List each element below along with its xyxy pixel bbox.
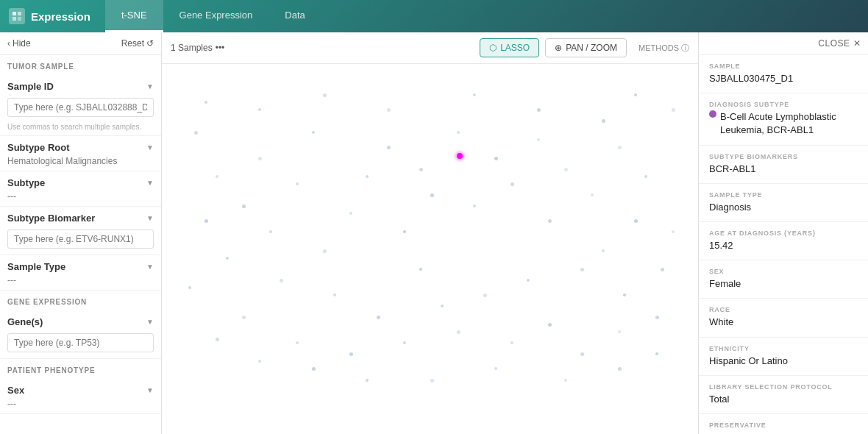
sex-detail-key: SEX bbox=[709, 268, 858, 275]
preservative-key: PRESERVATIVE bbox=[709, 421, 858, 429]
detail-panel-header: CLOSE ✕ bbox=[699, 32, 868, 55]
scatter-dot bbox=[457, 153, 463, 159]
pan-zoom-icon: ⊕ bbox=[555, 43, 562, 53]
subtype-root-value: Hematological Malignancies bbox=[0, 156, 161, 171]
scatter-dot bbox=[323, 249, 327, 253]
detail-sample-type-val: Diagnosis bbox=[709, 201, 858, 214]
scatter-dot bbox=[473, 204, 476, 207]
reset-button[interactable]: Reset ↺ bbox=[121, 38, 154, 49]
filter-row-sex[interactable]: Sex ▼ bbox=[0, 379, 161, 399]
sex-value: --- bbox=[0, 399, 161, 413]
scatter-dot bbox=[618, 330, 621, 333]
age-key: AGE AT DIAGNOSIS (YEARS) bbox=[709, 230, 858, 237]
filter-row-subtype-root[interactable]: Subtype Root ▼ bbox=[0, 136, 161, 156]
scatter-dot bbox=[602, 249, 605, 252]
chevron-down-icon: ▼ bbox=[146, 386, 154, 394]
pan-zoom-tool-button[interactable]: ⊕ PAN / ZOOM bbox=[545, 38, 627, 57]
main-area: ‹ Hide Reset ↺ TUMOR SAMPLE Sample ID ▼ … bbox=[0, 32, 868, 434]
filter-row-subtype-biomarker[interactable]: Subtype Biomarker ▼ bbox=[0, 207, 161, 227]
header: Expression t-SNE Gene Expression Data bbox=[0, 0, 868, 32]
filter-row-sample-id[interactable]: Sample ID ▼ bbox=[0, 75, 161, 95]
race-key: RACE bbox=[709, 306, 858, 313]
scatter-dot bbox=[312, 367, 316, 371]
filter-row-sample-type[interactable]: Sample Type ▼ bbox=[0, 255, 161, 275]
sex-detail-val: Female bbox=[709, 277, 858, 291]
scatter-dot bbox=[548, 219, 552, 223]
diagnosis-dot bbox=[709, 110, 716, 118]
tab-data[interactable]: Data bbox=[268, 0, 321, 32]
sample-val: SJBALL030475_D1 bbox=[709, 72, 858, 85]
scatter-dot bbox=[634, 219, 638, 223]
scatter-dot bbox=[377, 316, 380, 319]
sidebar: ‹ Hide Reset ↺ TUMOR SAMPLE Sample ID ▼ … bbox=[0, 32, 162, 434]
detail-diagnosis-subtype: DIAGNOSIS SUBTYPE B-Cell Acute Lymphobla… bbox=[699, 93, 868, 145]
scatter-dot bbox=[655, 352, 658, 355]
scatter-dot bbox=[457, 330, 460, 334]
filter-group-subtype-root: Subtype Root ▼ Hematological Malignancie… bbox=[0, 136, 161, 171]
genes-input[interactable] bbox=[7, 333, 154, 352]
chevron-down-icon: ▼ bbox=[146, 82, 154, 90]
scatter-dot bbox=[483, 294, 487, 297]
more-options-icon: ••• bbox=[216, 43, 225, 53]
filter-group-sample-type: Sample Type ▼ --- bbox=[0, 255, 161, 291]
scatter-dot bbox=[323, 93, 327, 97]
lasso-icon: ⬡ bbox=[489, 43, 497, 53]
detail-library-protocol: LIBRARY SELECTION PROTOCOL Total bbox=[699, 376, 868, 414]
subtype-value: --- bbox=[0, 191, 161, 206]
ethnicity-val: Hispanic Or Latino bbox=[709, 355, 858, 368]
tab-tsne[interactable]: t-SNE bbox=[105, 0, 163, 32]
scatter-dot bbox=[457, 131, 460, 134]
scatter-dot bbox=[580, 352, 584, 356]
chevron-down-icon: ▼ bbox=[146, 179, 154, 187]
scatter-dot bbox=[280, 279, 283, 282]
library-protocol-key: LIBRARY SELECTION PROTOCOL bbox=[709, 383, 858, 391]
hide-button[interactable]: ‹ Hide bbox=[7, 38, 31, 49]
scatter-dot bbox=[349, 212, 352, 215]
subtype-root-label: Subtype Root bbox=[7, 142, 70, 153]
scatter-dot bbox=[430, 379, 434, 383]
chevron-down-icon: ▼ bbox=[146, 143, 154, 152]
sample-id-input[interactable] bbox=[7, 98, 154, 117]
chevron-down-icon: ▼ bbox=[146, 318, 154, 326]
scatter-dot bbox=[366, 379, 369, 382]
svg-rect-0 bbox=[13, 12, 16, 15]
scatter-dot bbox=[634, 93, 637, 96]
filter-row-subtype[interactable]: Subtype ▼ bbox=[0, 171, 161, 191]
library-protocol-val: Total bbox=[709, 393, 858, 406]
filter-row-genes[interactable]: Gene(s) ▼ bbox=[0, 310, 161, 330]
scatter-dot bbox=[204, 101, 207, 104]
scatter-dot bbox=[269, 230, 272, 233]
preservative-val: Fresh/Frozen bbox=[709, 431, 858, 434]
detail-subtype-biomarkers: SUBTYPE BIOMARKERS BCR-ABL1 bbox=[699, 146, 868, 184]
sidebar-toolbar: ‹ Hide Reset ↺ bbox=[0, 32, 161, 55]
subtype-biomarker-input[interactable] bbox=[7, 230, 154, 249]
sample-type-label: Sample Type bbox=[7, 261, 65, 272]
scatter-dot bbox=[430, 193, 434, 197]
lasso-tool-button[interactable]: ⬡ LASSO bbox=[480, 38, 539, 57]
subtype-label: Subtype bbox=[7, 177, 45, 188]
diagnosis-subtype-key: DIAGNOSIS SUBTYPE bbox=[709, 101, 858, 108]
methods-button[interactable]: METHODS ⓘ bbox=[638, 43, 689, 54]
close-button[interactable]: CLOSE ✕ bbox=[818, 38, 861, 49]
scatter-dot bbox=[537, 138, 540, 141]
detail-panel: CLOSE ✕ SAMPLE SJBALL030475_D1 DIAGNOSIS… bbox=[699, 32, 868, 434]
patient-phenotype-header: PATIENT PHENOTYPE bbox=[0, 359, 161, 379]
subtype-biomarkers-val: BCR-ABL1 bbox=[709, 163, 858, 176]
scatter-dot bbox=[419, 168, 423, 171]
scatter-dot bbox=[403, 341, 406, 344]
scatter-dot bbox=[419, 268, 422, 271]
scatter-dot bbox=[258, 157, 262, 160]
scatter-dot bbox=[312, 131, 315, 134]
app-title: Expression bbox=[31, 10, 90, 23]
scatter-dot bbox=[494, 367, 497, 370]
scatter-dot bbox=[511, 341, 513, 344]
scatter-dot bbox=[387, 108, 391, 112]
sample-id-hint: Use commas to search multiple samples. bbox=[0, 123, 161, 135]
genes-label: Gene(s) bbox=[7, 316, 43, 327]
scatter-plot[interactable] bbox=[162, 64, 698, 434]
detail-sample-type-key: SAMPLE TYPE bbox=[709, 191, 858, 199]
scatter-dot bbox=[672, 108, 675, 112]
tab-gene-expression[interactable]: Gene Expression bbox=[163, 0, 269, 32]
scatter-dot bbox=[548, 323, 552, 327]
scatter-dot bbox=[349, 352, 353, 356]
